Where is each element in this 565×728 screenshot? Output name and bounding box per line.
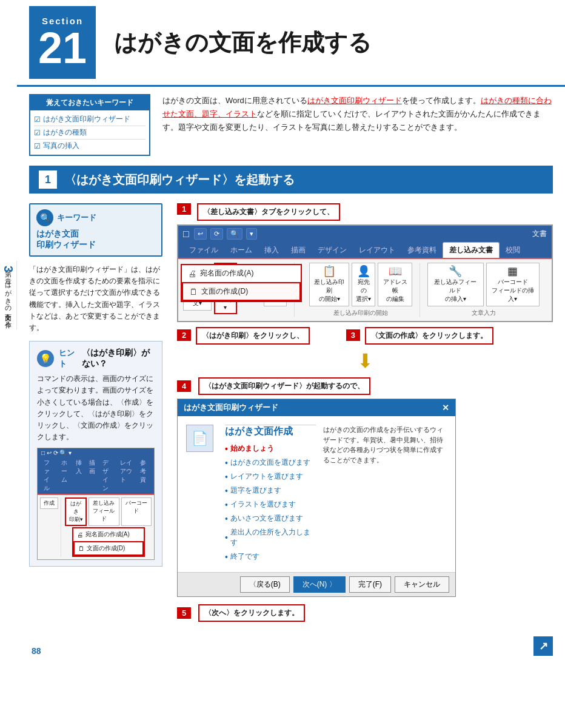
ribbon-tab-design[interactable]: デザイン [312,243,353,258]
intro-text: はがきの文面は、Wordに用意されているはがき文面印刷ウィザードを使って作成しま… [162,94,553,156]
ribbon-quick-access: ↩ ⟳ 🔍 ▾ [194,228,257,240]
small-ribbon-body: 作成 はがき印刷▾ 差し込みフィールド バーコード [38,494,154,559]
ribbon-tab-ref[interactable]: 参考資料 [401,243,443,258]
step2-num: 2 [177,329,191,341]
wizard-next-btn[interactable]: 次へ(N) 〉 [293,576,346,593]
small-tab-ref: 参考資 [136,457,152,494]
ribbon-tab-draw[interactable]: 描画 [285,243,312,258]
page-number: 88 [29,646,41,656]
step4-num: 4 [177,380,191,392]
chapter-title: はがきの文面を作る [4,277,13,325]
main-two-col: 🔍 キーワード はがき文面 印刷ウィザード 「はがき文面印刷ウィザード」は、はが… [29,203,553,627]
wizard-nav-item-3[interactable]: 題字を選びます [225,484,316,497]
wizard-nav-item-2[interactable]: レイアウトを選びます [225,470,316,484]
page-footer: 88 ↗ [29,636,553,656]
address-label: アドレス帳の編集 [382,278,408,303]
wizard-content-area: はがき文面作成 始めましょう はがきの文面を選びます レイアウトを選びます 題字… [225,425,447,564]
bottom-arrow-icon: ↗ [533,636,553,656]
start-icon: 📋 [323,266,336,277]
right-column: 1 〈差し込み文書〉タブをクリックして、 □ ↩ ⟳ 🔍 ▾ [177,203,553,627]
ribbon-tab-insert[interactable]: 挿入 [258,243,285,258]
wizard-nav-item-6[interactable]: 差出人の住所を入力します [225,525,316,550]
ribbon-group-mailmerge: 📋 差し込み印刷の開始▾ 👤 宛先の選択▾ 📖 [309,263,420,317]
ribbon-tabs: ファイル ホーム 挿入 描画 デザイン レイアウト 参考資料 差し込み文書 校閲 [178,242,552,258]
keyword-search-icon: 🔍 [36,209,53,226]
wizard-nav-item-0[interactable]: 始めましょう [225,442,316,456]
keyword-title1: はがき文面 [36,229,79,238]
left-description: 「はがき文面印刷ウィザード」は、はがきの文面を作成するための要素を指示に従って選… [29,264,162,334]
ribbon-more-btn[interactable]: ▾ [246,228,257,240]
dd-label2: 文面の作成(D) [201,286,248,297]
step2-3-row: 2 〈はがき印刷〉をクリックし、 3 〈文面の作成〉をクリックします。 [177,327,553,345]
page-title: はがきの文面を作成する [96,6,553,79]
keyword-blue-box: 🔍 キーワード はがき文面 印刷ウィザード [29,203,162,257]
ribbon-word-icon: □ [183,229,189,240]
ribbon-group-label2: 差し込み印刷の開始 [333,309,388,317]
ribbon-undo-btn[interactable]: ↩ [194,228,207,240]
barcode-icon: ▦ [507,266,518,277]
select-label: 宛先の選択▾ [356,278,372,303]
keywords-box: 覚えておきたいキーワード ☑ はがき文面印刷ウィザード ☑ はがきの種類 ☑ 写 [29,94,150,156]
ribbon-tab-review[interactable]: 校閲 [500,243,526,258]
ribbon-btn-field[interactable]: 🔧 差し込みフィールドの挿入▾ [427,263,484,306]
ribbon-search-btn[interactable]: 🔍 [227,228,242,240]
check-icon-3: ☑ [34,142,41,150]
ribbon-btn-select[interactable]: 👤 宛先の選択▾ [352,263,376,306]
step5-label: 〈次へ〉をクリックします。 [198,604,305,622]
step4-label-row: 4 〈はがき文面印刷ウィザード〉が起動するので、 [177,377,553,395]
keywords-box-title: 覚えておきたいキーワード [30,95,149,110]
section1-heading-text: 〈はがき文面印刷ウィザード〉を起動する [64,172,295,188]
address-icon: 📖 [389,266,402,277]
ribbon-dropdown: 🖨 宛名面の作成(A) 🗒 文面の作成(D) [181,264,302,302]
step1-label: 〈差し込み文書〉タブをクリックして、 [197,203,340,221]
small-ribbon-icons: □ ↩ ⟳ 🔍 ▾ [41,450,72,456]
wizard-nav-item-4[interactable]: イラストを選びます [225,497,316,511]
step3-annotation: 3 〈文面の作成〉をクリックします。 [346,327,493,345]
dd-icon1: 🖨 [188,269,196,278]
ribbon-tab-layout[interactable]: レイアウト [353,243,401,258]
ribbon-btn-start[interactable]: 📋 差し込み印刷の開始▾ [309,263,349,306]
small-dropdown-item1: 🖨 宛名面の作成(A) [73,528,144,541]
small-tab-design: デザイン [99,457,116,494]
dd-icon2: 🗒 [189,287,198,297]
wizard-nav-item-7[interactable]: 終了です [225,550,316,564]
section-badge: Section 21 [29,6,96,79]
ribbon-btn-address[interactable]: 📖 アドレス帳の編集 [378,263,412,306]
ribbon-tab-mailmerge[interactable]: 差し込み文書 [443,242,500,258]
keyword-value: はがき文面 印刷ウィザード [36,229,155,251]
wizard-close-btn[interactable]: ✕ [442,403,449,413]
field-icon: 🔧 [449,266,462,277]
ribbon-group-field: 🔧 差し込みフィールドの挿入▾ ▦ バーコードフィールドの挿入▾ 文章入力 [427,263,547,317]
hint-description: コマンドの表示は、画面のサイズによって変わります。画面のサイズを小さくしている場… [37,373,155,443]
keyword-header: 🔍 キーワード [36,209,155,226]
ribbon-dd-item2[interactable]: 🗒 文面の作成(D) [182,282,301,301]
select-icon: 👤 [357,266,370,277]
small-dd-label2: 文面の作成(D) [87,544,125,553]
wizard-finish-btn[interactable]: 完了(F) [349,576,391,593]
dd-label1: 宛名面の作成(A) [200,268,253,278]
step2-label: 〈はがき印刷〉をクリックし、 [196,327,310,345]
wizard-nav-item-5[interactable]: あいさつ文を選びます [225,511,316,525]
ribbon-tab-file[interactable]: ファイル [183,243,224,258]
step4-label: 〈はがき文面印刷ウィザード〉が起動するので、 [198,377,370,395]
page-header: Section 21 はがきの文面を作成する [17,0,565,87]
small-ribbon-topbar: □ ↩ ⟳ 🔍 ▾ [38,448,154,457]
ribbon-btn-barcode[interactable]: ▦ バーコードフィールドの挿入▾ [486,263,540,306]
small-btn-create: 作成 [40,497,58,509]
small-dd-icon1: 🖨 [77,531,83,538]
small-dropdown-item2: 🗒 文面の作成(D) [73,541,144,556]
ribbon-dd-item1[interactable]: 🖨 宛名面の作成(A) [182,265,301,282]
ribbon-tab-home[interactable]: ホーム [224,243,258,258]
arrow-down: ⬇ [177,349,553,372]
wizard-cancel-btn[interactable]: キャンセル [395,576,449,593]
wizard-nav-item-1[interactable]: はがきの文面を選びます [225,456,316,470]
small-ribbon-btn-row: はがき印刷▾ 差し込みフィールド バーコード [65,497,152,526]
wizard-back-btn[interactable]: 〈戻る(B) [240,576,290,593]
small-btn-barcode: バーコード [121,497,152,526]
step1-num: 1 [177,203,191,215]
wizard-titlebar: はがき文面印刷ウィザード ✕ [178,399,455,416]
check-icon-1: ☑ [34,115,41,124]
step4-area: 4 〈はがき文面印刷ウィザード〉が起動するので、 はがき文面印刷ウィザード ✕ [177,377,553,597]
keyword-item-3: ☑ 写真の挿入 [34,140,145,152]
ribbon-redo-btn[interactable]: ⟳ [210,228,223,240]
